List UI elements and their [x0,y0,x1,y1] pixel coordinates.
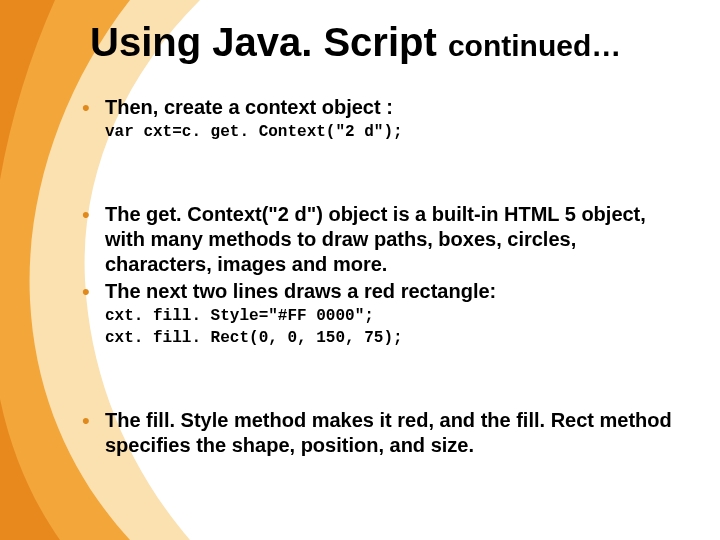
bullet-text: The next two lines draws a red rectangle… [105,280,496,302]
bullet-text: Then, create a context object : [105,96,393,118]
title-main: Using Java. Script [90,20,448,64]
bullet-list: Then, create a context object : [60,95,680,120]
bullet-item: The next two lines draws a red rectangle… [60,279,680,304]
bullet-list: The get. Context("2 d") object is a buil… [60,202,680,304]
bullet-item: The fill. Style method makes it red, and… [60,408,680,458]
slide-content: Using Java. Script continued… Then, crea… [0,0,720,540]
bullet-text: The fill. Style method makes it red, and… [105,409,672,456]
bullet-text: The get. Context("2 d") object is a buil… [105,203,646,275]
code-line: var cxt=c. get. Context("2 d"); [60,122,680,142]
bullet-list: The fill. Style method makes it red, and… [60,408,680,458]
title-sub: continued… [448,29,621,62]
bullet-item: Then, create a context object : [60,95,680,120]
slide-title: Using Java. Script continued… [60,15,680,65]
bullet-item: The get. Context("2 d") object is a buil… [60,202,680,277]
code-line: cxt. fill. Style="#FF 0000"; [60,306,680,326]
code-line: cxt. fill. Rect(0, 0, 150, 75); [60,328,680,348]
